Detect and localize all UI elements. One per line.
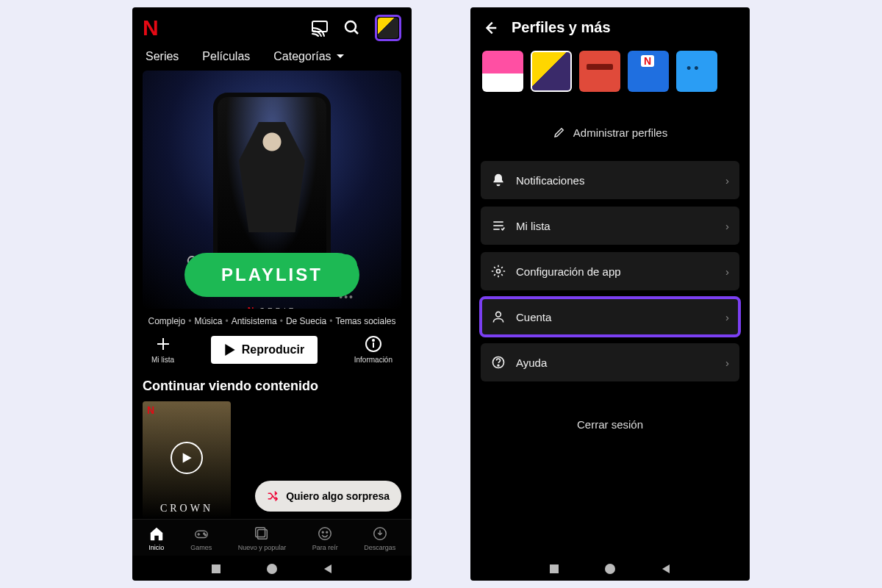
continue-card[interactable]: N CROWN xyxy=(143,401,231,519)
profile-avatar-button[interactable] xyxy=(378,18,398,38)
netflix-home-screen: N Series Películas Categorías xyxy=(132,7,412,581)
profile-avatar-1[interactable] xyxy=(482,51,523,92)
menu-notifications[interactable]: Notificaciones › xyxy=(481,161,739,199)
svg-point-29 xyxy=(605,564,615,574)
download-icon xyxy=(372,526,388,542)
profile-avatar-5[interactable] xyxy=(676,51,717,92)
profile-avatar-3[interactable] xyxy=(579,51,620,92)
menu-account-label: Cuenta xyxy=(516,311,551,323)
svg-point-24 xyxy=(497,270,501,273)
svg-point-12 xyxy=(204,534,206,536)
category-tabs: Series Películas Categorías xyxy=(132,44,412,71)
svg-rect-19 xyxy=(212,564,220,573)
tab-series[interactable]: Series xyxy=(146,50,179,63)
android-nav-bar xyxy=(470,556,750,581)
info-button[interactable]: Información xyxy=(354,335,392,364)
menu-notifications-label: Notificaciones xyxy=(516,174,584,187)
nav-downloads[interactable]: Descargas xyxy=(364,526,395,551)
svg-rect-14 xyxy=(256,528,265,537)
menu-mylist-label: Mi lista xyxy=(516,220,551,232)
gear-icon xyxy=(491,264,506,279)
netflix-n-icon: N xyxy=(147,404,154,416)
settings-menu: Notificaciones › Mi lista › Configuració… xyxy=(470,161,750,381)
menu-account-highlight[interactable]: Cuenta › xyxy=(481,298,739,336)
tag: Complejo xyxy=(148,316,186,326)
resume-play-icon[interactable] xyxy=(171,442,203,474)
chevron-right-icon: › xyxy=(725,265,729,278)
svg-rect-28 xyxy=(550,564,559,573)
profiles-title: Perfiles y más xyxy=(512,19,611,36)
info-icon xyxy=(365,335,382,353)
tag: Temas sociales xyxy=(335,316,395,326)
back-icon[interactable] xyxy=(482,20,498,36)
netflix-profiles-screen: Perfiles y más Administrar perfiles Noti… xyxy=(470,7,750,581)
search-icon[interactable] xyxy=(343,18,362,37)
hero-actions: Mi lista Reproducir Información xyxy=(132,335,412,374)
nav-downloads-label: Descargas xyxy=(364,544,395,551)
bottom-nav: Inicio Games Nuevo y popular Para reír D… xyxy=(132,519,412,556)
hero-serie-badge: N SERIE xyxy=(248,306,297,309)
profile-avatar-4[interactable] xyxy=(628,51,669,92)
android-back-icon[interactable] xyxy=(660,563,672,575)
nav-laugh-label: Para reír xyxy=(312,544,338,551)
android-home-icon[interactable] xyxy=(266,563,278,575)
help-icon xyxy=(491,355,506,370)
chevron-right-icon: › xyxy=(725,311,729,323)
android-nav-bar xyxy=(132,556,412,581)
menu-app-config[interactable]: Configuración de app › xyxy=(481,252,739,290)
profiles-header: Perfiles y más xyxy=(470,7,750,43)
hero-title: PLAYLIST xyxy=(184,253,359,297)
hero-featured[interactable]: ••• N SERIE PLAYLIST xyxy=(143,71,401,309)
nav-new[interactable]: Nuevo y popular xyxy=(238,526,287,551)
svg-point-27 xyxy=(498,365,499,366)
svg-point-16 xyxy=(323,531,324,533)
chevron-right-icon: › xyxy=(725,356,729,369)
menu-app-config-label: Configuración de app xyxy=(516,265,621,278)
play-button-label: Reproducir xyxy=(242,343,304,356)
new-popular-icon xyxy=(254,526,270,542)
list-check-icon xyxy=(491,218,506,233)
person-icon xyxy=(491,309,506,324)
svg-point-11 xyxy=(203,533,204,534)
nav-home[interactable]: Inicio xyxy=(148,526,165,551)
svg-point-7 xyxy=(373,340,374,341)
plus-icon xyxy=(154,335,172,353)
manage-profiles-label: Administrar perfiles xyxy=(573,126,667,139)
nav-laugh[interactable]: Para reír xyxy=(312,526,338,551)
menu-mylist[interactable]: Mi lista › xyxy=(481,207,739,245)
profile-avatar-highlight xyxy=(375,15,401,41)
play-button[interactable]: Reproducir xyxy=(211,336,318,364)
nav-home-label: Inicio xyxy=(148,544,164,551)
add-to-list-button[interactable]: Mi lista xyxy=(151,335,174,364)
nav-games[interactable]: Games xyxy=(190,526,212,551)
signout-button[interactable]: Cerrar sesión xyxy=(470,381,750,467)
menu-help[interactable]: Ayuda › xyxy=(481,343,739,381)
gamepad-icon xyxy=(193,526,209,542)
profile-avatar-2-selected[interactable] xyxy=(531,51,572,92)
android-recent-icon[interactable] xyxy=(548,563,560,575)
svg-point-1 xyxy=(345,21,356,32)
manage-profiles-button[interactable]: Administrar perfiles xyxy=(470,96,750,161)
continue-watching-heading: Continuar viendo contenido xyxy=(132,374,412,401)
shuffle-icon xyxy=(267,490,280,503)
laugh-icon xyxy=(317,526,333,542)
svg-point-20 xyxy=(267,564,277,574)
svg-rect-13 xyxy=(258,530,268,539)
android-recent-icon[interactable] xyxy=(210,563,222,575)
continue-card-title: CROWN xyxy=(160,503,213,514)
tab-peliculas[interactable]: Películas xyxy=(202,50,250,63)
top-bar: N xyxy=(132,7,412,44)
android-home-icon[interactable] xyxy=(604,563,616,575)
cast-icon[interactable] xyxy=(310,18,329,37)
netflix-logo[interactable]: N xyxy=(143,15,159,40)
serie-label: SERIE xyxy=(259,307,296,309)
tag: Música xyxy=(194,316,222,326)
tab-categorias[interactable]: Categorías xyxy=(273,50,344,63)
play-icon xyxy=(224,344,236,356)
surprise-button[interactable]: Quiero algo sorpresa xyxy=(255,481,401,512)
tab-categorias-label: Categorías xyxy=(273,50,331,63)
android-back-icon[interactable] xyxy=(322,563,334,575)
tag: Antisistema xyxy=(232,316,277,326)
chevron-down-icon xyxy=(336,52,345,61)
svg-point-25 xyxy=(496,312,501,317)
